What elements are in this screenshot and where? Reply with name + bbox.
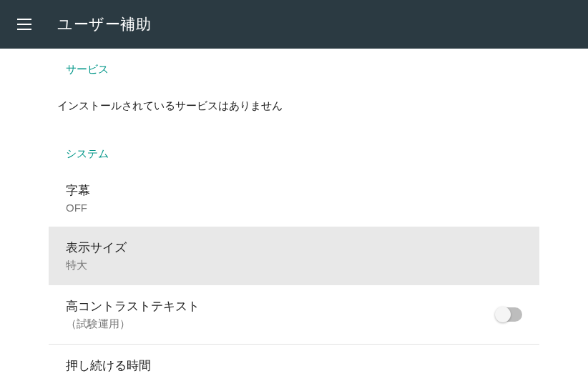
list-item-title: 押し続ける時間 — [66, 357, 151, 374]
menu-icon[interactable] — [17, 16, 34, 33]
toggle-thumb — [495, 307, 511, 322]
list-item-display-size[interactable]: 表示サイズ 特大 — [49, 227, 539, 285]
list-item-subtitle: OFF — [66, 202, 90, 214]
app-bar: ユーザー補助 — [0, 0, 588, 49]
list-item-long-press[interactable]: 押し続ける時間 — [49, 345, 539, 381]
list-item-subtitle: （試験運用） — [66, 317, 200, 331]
section-header-services: サービス — [49, 49, 539, 85]
content-area: サービス インストールされているサービスはありません システム 字幕 OFF 表… — [0, 49, 588, 381]
services-empty-message: インストールされているサービスはありません — [49, 85, 539, 133]
list-item-subtitle: 特大 — [66, 259, 127, 272]
list-item-high-contrast[interactable]: 高コントラストテキスト （試験運用） — [49, 285, 539, 344]
page-title: ユーザー補助 — [57, 14, 151, 34]
section-header-system: システム — [49, 133, 539, 169]
list-item-title: 字幕 — [66, 182, 90, 199]
list-item-captions[interactable]: 字幕 OFF — [49, 169, 539, 227]
list-item-title: 高コントラストテキスト — [66, 298, 200, 315]
toggle-high-contrast[interactable] — [496, 307, 522, 322]
list-item-title: 表示サイズ — [66, 239, 127, 256]
